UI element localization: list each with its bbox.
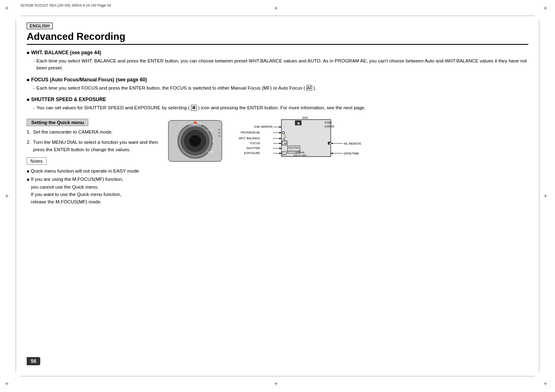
svg-text:AF: AF xyxy=(284,142,287,145)
notes-box-label: Notes xyxy=(27,157,46,165)
page-container: 00762B SCD107 SEA (28~59) 3/8/04 9:19 AM… xyxy=(0,0,555,392)
camera-dial-svg: CAMERA EASY M PLAY xyxy=(166,116,224,166)
svg-text:EXPOSURE: EXPOSURE xyxy=(244,152,260,154)
crop-mark-tr xyxy=(543,5,550,12)
step-2: 2. Turn the MENU DIAL to select a functi… xyxy=(27,139,158,153)
shutter-item-1: You can set values for SHUTTER SPEED and… xyxy=(33,104,528,111)
wht-balance-item-1: Each time you select WHT. BALANCE and pr… xyxy=(33,58,528,72)
crop-mark-lc xyxy=(5,193,12,199)
focus-af-icon: AF xyxy=(306,85,312,91)
notes-content: Quick menu function will not operate in … xyxy=(27,167,158,206)
section-wht-balance-body: Each time you select WHT. BALANCE and pr… xyxy=(33,58,528,72)
border-bottom xyxy=(21,376,534,376)
step-1: 1. Set the camcorder to CAMERA mode. xyxy=(27,129,158,136)
svg-text:12:00AM: 12:00AM xyxy=(295,151,304,154)
language-badge: ENGLISH xyxy=(27,23,53,29)
border-top xyxy=(21,16,534,16)
crop-mark-bc xyxy=(274,380,281,387)
svg-text:SHUTTER: SHUTTER xyxy=(246,147,260,150)
svg-text:M: M xyxy=(212,140,214,142)
section-shutter-heading: SHUTTER SPEED & EXPOSURE xyxy=(27,97,528,102)
svg-text:±: ± xyxy=(283,152,285,155)
svg-text:STBY: STBY xyxy=(325,121,332,124)
svg-text:◀: ◀ xyxy=(329,142,331,145)
crop-mark-rc xyxy=(543,193,550,199)
svg-text:0:00:00: 0:00:00 xyxy=(325,125,334,128)
lower-section: Setting the Quick menu 1. Set the camcor… xyxy=(27,116,528,207)
border-left xyxy=(16,21,16,371)
section-wht-balance-heading: WHT. BALANCE (see page 44) xyxy=(27,50,528,55)
crop-mark-bl xyxy=(5,380,12,387)
svg-point-4 xyxy=(189,135,201,147)
svg-text:SHUTTER: SHUTTER xyxy=(288,147,299,149)
section-focus-body: Each time you select FOCUS and press the… xyxy=(33,85,528,92)
svg-rect-11 xyxy=(218,132,221,134)
section-shutter-body: You can set values for SHUTTER SPEED and… xyxy=(33,104,528,111)
svg-text:⊕: ⊕ xyxy=(297,122,300,125)
focus-item-1: Each time you select FOCUS and press the… xyxy=(33,85,528,92)
camera-dial-container: CAMERA EASY M PLAY xyxy=(166,116,224,207)
svg-text:⊙: ⊙ xyxy=(283,137,286,141)
page-number: 56 xyxy=(27,357,40,365)
svg-text:WL.REMOTE: WL.REMOTE xyxy=(344,142,362,145)
svg-text:MIRROR: MIRROR xyxy=(261,125,272,128)
lower-right-col: CAMERA EASY M PLAY xyxy=(166,116,528,207)
viewfinder-diagram: DIS ⊕ STBY 0:00:00 DSE MIRROR xyxy=(232,116,528,207)
setting-steps: 1. Set the camcorder to CAMERA mode. 2. … xyxy=(27,129,158,153)
svg-rect-12 xyxy=(218,135,221,137)
svg-text:PLAY: PLAY xyxy=(208,151,214,153)
svg-text:EASY: EASY xyxy=(207,129,214,131)
svg-text:DSE: DSE xyxy=(254,125,260,128)
svg-text:JAN 10 2004: JAN 10 2004 xyxy=(293,154,306,157)
lower-left-col: Setting the Quick menu 1. Set the camcor… xyxy=(27,116,158,207)
shutter-icon: ⊞ xyxy=(191,105,197,111)
svg-text:WHT. BALANCE: WHT. BALANCE xyxy=(239,137,260,140)
border-right xyxy=(539,21,539,371)
svg-text:DATE/TIME: DATE/TIME xyxy=(344,152,359,155)
section-focus-heading: FOCUS (Auto Focus/Manual Focus) (see pag… xyxy=(27,77,528,83)
main-content: ENGLISH Advanced Recording WHT. BALANCE … xyxy=(27,23,528,369)
crop-mark-tl xyxy=(5,5,12,12)
setting-box-title: Setting the Quick menu xyxy=(27,119,88,126)
header-doc-info: 00762B SCD107 SEA (28~59) 3/8/04 9:19 AM… xyxy=(21,3,111,7)
note-2: If you are using the M.FOCUS(MF) functio… xyxy=(27,175,158,206)
viewfinder-svg: DIS ⊕ STBY 0:00:00 DSE MIRROR xyxy=(232,116,364,190)
page-title: Advanced Recording xyxy=(27,31,528,45)
svg-text:DIS: DIS xyxy=(302,116,308,120)
svg-text:FOCUS: FOCUS xyxy=(250,142,260,145)
svg-rect-10 xyxy=(218,129,221,130)
svg-text:PROGRAM AE: PROGRAM AE xyxy=(241,131,260,134)
note-1: Quick menu function will not operate in … xyxy=(27,167,158,175)
crop-mark-tc xyxy=(274,5,281,12)
crop-mark-br xyxy=(543,380,550,387)
